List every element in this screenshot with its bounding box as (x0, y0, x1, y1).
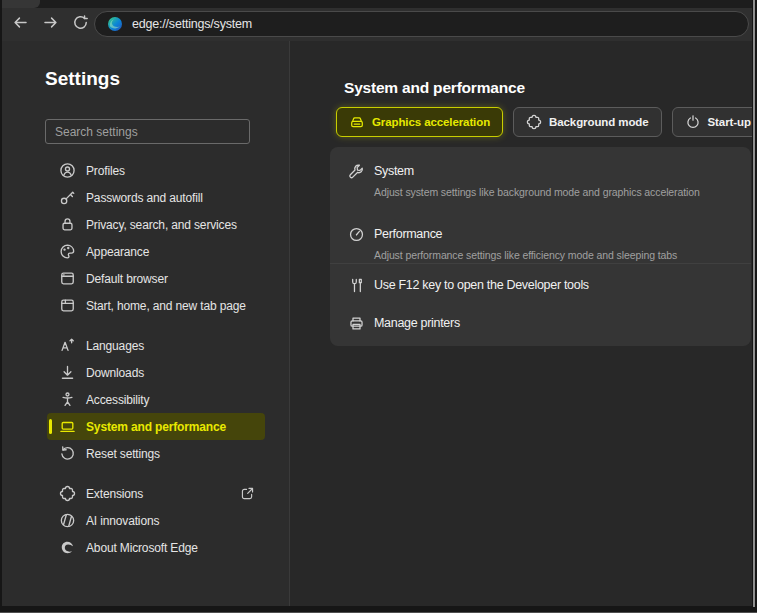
refresh-button[interactable] (68, 12, 92, 36)
gauge-icon (348, 226, 365, 243)
card-row-performance[interactable]: Performance Adjust performance settings … (348, 226, 737, 261)
url-text: edge://settings/system (132, 17, 252, 31)
sidebar-item-profiles[interactable]: Profiles (47, 157, 265, 184)
puzzle-icon (59, 485, 76, 502)
sidebar-item-label: Downloads (86, 366, 144, 380)
ai-sparkle-icon (59, 512, 76, 529)
printer-icon (348, 315, 365, 332)
sidebar-item-languages[interactable]: Languages (47, 332, 265, 359)
active-tab-stub (2, 0, 40, 8)
refresh-icon (72, 14, 89, 35)
laptop-icon (59, 418, 76, 435)
accessibility-icon (59, 391, 76, 408)
sidebar-item-label: About Microsoft Edge (86, 541, 198, 555)
chip-label: Background mode (549, 116, 648, 128)
sidebar-item-label: Appearance (86, 245, 149, 259)
external-link-icon (240, 486, 255, 501)
card-item-title: Performance (374, 226, 677, 243)
card-item-description: Adjust performance settings like efficie… (374, 249, 677, 261)
profiles-icon (59, 162, 76, 179)
settings-sidebar: Settings Profiles Passwords and autofill… (2, 41, 290, 606)
card-divider (330, 263, 751, 264)
card-row-manage-printers[interactable]: Manage printers (348, 315, 737, 332)
sidebar-group-1: Profiles Passwords and autofill Privacy,… (2, 157, 289, 319)
address-bar[interactable]: edge://settings/system (94, 11, 749, 37)
edge-logo-icon (59, 539, 76, 556)
sidebar-item-label: Reset settings (86, 447, 160, 461)
wrench-icon (348, 163, 365, 180)
card-item-title: Manage printers (374, 315, 460, 332)
edge-logo-icon (107, 16, 123, 32)
palette-icon (59, 243, 76, 260)
power-icon (685, 114, 701, 130)
gpu-tray-icon (349, 114, 365, 130)
sidebar-item-extensions[interactable]: Extensions (47, 480, 265, 507)
sidebar-item-privacy[interactable]: Privacy, search, and services (47, 211, 265, 238)
page-title: System and performance (344, 79, 525, 97)
sidebar-item-label: Start, home, and new tab page (86, 299, 246, 313)
window-frame-right (753, 0, 755, 607)
chip-label: Graphics acceleration (372, 116, 490, 128)
forward-icon (42, 14, 59, 35)
sidebar-item-label: Languages (86, 339, 144, 353)
sidebar-group-3: Extensions AI innovations About Microsof… (2, 480, 289, 561)
reset-icon (59, 445, 76, 462)
sidebar-item-label: Default browser (86, 272, 168, 286)
sidebar-group-2: Languages Downloads Accessibility System… (2, 332, 289, 467)
sidebar-item-start-home[interactable]: Start, home, and new tab page (47, 292, 265, 319)
toolbar-nav-buttons (8, 12, 92, 36)
sidebar-item-label: AI innovations (86, 514, 159, 528)
new-tab-icon (59, 297, 76, 314)
settings-card: System Adjust system settings like backg… (330, 147, 751, 346)
card-row-system[interactable]: System Adjust system settings like backg… (348, 163, 737, 198)
sidebar-item-label: Passwords and autofill (86, 191, 203, 205)
devtools-icon (348, 277, 365, 294)
back-icon (12, 14, 29, 35)
sidebar-item-label: Extensions (86, 487, 143, 501)
browser-toolbar: edge://settings/system (2, 8, 752, 41)
card-row-devtools-f12[interactable]: Use F12 key to open the Developer tools (348, 277, 737, 294)
sidebar-item-appearance[interactable]: Appearance (47, 238, 265, 265)
back-button[interactable] (8, 12, 32, 36)
sidebar-item-label: Profiles (86, 164, 125, 178)
sidebar-item-about-edge[interactable]: About Microsoft Edge (47, 534, 265, 561)
chip-background-mode[interactable]: Background mode (513, 107, 661, 137)
lock-icon (59, 216, 76, 233)
puzzle-icon (526, 114, 542, 130)
sidebar-item-passwords[interactable]: Passwords and autofill (47, 184, 265, 211)
download-icon (59, 364, 76, 381)
sidebar-item-reset-settings[interactable]: Reset settings (47, 440, 265, 467)
sidebar-item-default-browser[interactable]: Default browser (47, 265, 265, 292)
sidebar-item-label: Accessibility (86, 393, 149, 407)
settings-page: Settings Profiles Passwords and autofill… (2, 41, 752, 606)
forward-button[interactable] (38, 12, 62, 36)
card-item-title: System (374, 163, 700, 180)
browser-window-icon (59, 270, 76, 287)
card-item-title: Use F12 key to open the Developer tools (374, 277, 589, 294)
settings-main-pane: System and performance Graphics accelera… (290, 41, 752, 606)
sidebar-nav: Profiles Passwords and autofill Privacy,… (2, 157, 289, 574)
sidebar-item-label: System and performance (86, 420, 226, 434)
translate-icon (59, 337, 76, 354)
sidebar-item-system-performance[interactable]: System and performance (47, 413, 265, 440)
sidebar-item-accessibility[interactable]: Accessibility (47, 386, 265, 413)
sidebar-item-downloads[interactable]: Downloads (47, 359, 265, 386)
chip-startup-boost[interactable]: Start-up boost (672, 107, 752, 137)
search-settings-input[interactable] (45, 119, 250, 144)
key-icon (59, 189, 76, 206)
settings-title: Settings (45, 68, 120, 90)
card-item-description: Adjust system settings like background m… (374, 186, 700, 198)
chip-graphics-acceleration[interactable]: Graphics acceleration (336, 107, 503, 137)
sidebar-item-ai-innovations[interactable]: AI innovations (47, 507, 265, 534)
chip-label: Start-up boost (708, 116, 752, 128)
quick-setting-chips: Graphics acceleration Background mode St… (336, 107, 752, 137)
sidebar-item-label: Privacy, search, and services (86, 218, 237, 232)
tab-strip (2, 0, 752, 8)
